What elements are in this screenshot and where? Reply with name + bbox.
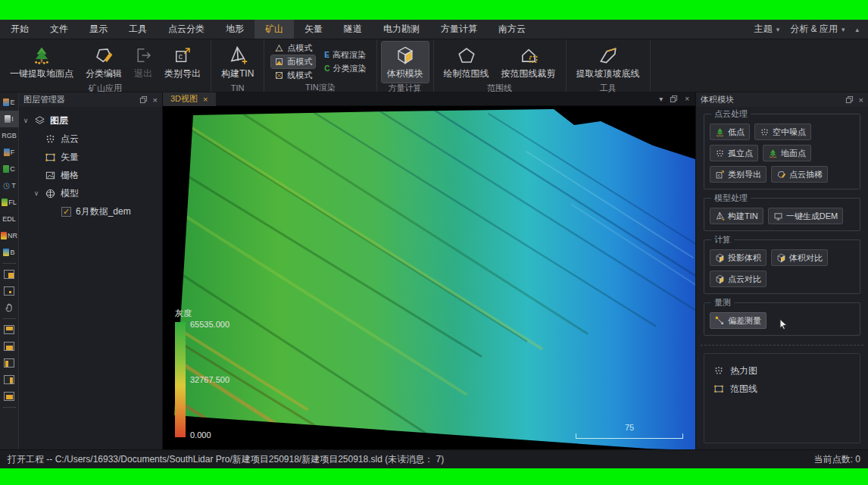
pencil-dots-icon — [776, 170, 786, 180]
tab-3d-view[interactable]: 3D视图 × — [163, 92, 216, 106]
menu-item-mining[interactable]: 矿山 — [254, 20, 294, 39]
view-back-button[interactable] — [0, 388, 19, 405]
projection-volume-button[interactable]: 投影体积 — [710, 249, 767, 266]
menu-item-vector[interactable]: 矢量 — [294, 20, 333, 39]
b-mode-button[interactable]: B — [0, 244, 19, 261]
close-panel-icon[interactable]: × — [859, 95, 863, 105]
fl-mode-button[interactable]: FL — [0, 194, 19, 211]
menu-item-start[interactable]: 开始 — [0, 20, 39, 39]
low-points-button[interactable]: 低点 — [710, 124, 750, 140]
line-mode-button[interactable]: 线模式 — [271, 69, 315, 82]
menu-item-volume-calc[interactable]: 方量计算 — [430, 20, 488, 39]
caret-down-icon[interactable]: ∨ — [33, 189, 40, 197]
pentagon-icon — [457, 43, 476, 67]
menu-bar-right: 主题 ▾ 分析 & 应用 ▾ ▴ — [754, 20, 868, 39]
view-top-button[interactable] — [0, 321, 19, 338]
bottom-green-border — [0, 468, 868, 485]
intensity-mode-button[interactable]: I — [0, 111, 19, 127]
time-mode-button[interactable]: T — [0, 177, 19, 194]
build-tin-button[interactable]: 构建TIN — [710, 208, 763, 224]
heatmap-dots-icon — [713, 365, 724, 376]
classification-render-button[interactable]: C 分类渲染 — [321, 62, 369, 75]
button-label: 空中噪点 — [773, 127, 806, 138]
isolated-points-button[interactable]: 孤立点 — [710, 145, 758, 161]
view-front-button[interactable] — [0, 338, 19, 355]
clip-by-boundary-button[interactable]: 按范围线裁剪 — [496, 42, 561, 83]
pointer-measure-icon — [715, 316, 725, 326]
flight-mode-button[interactable]: F — [0, 144, 19, 161]
build-tin-button[interactable]: 构建TIN — [216, 42, 259, 83]
menu-item-power-survey[interactable]: 电力勘测 — [373, 20, 430, 39]
tree-node-label: 点云 — [61, 133, 79, 146]
strip-label: FL — [8, 199, 17, 206]
tab-list-dropdown-icon[interactable]: ▾ — [659, 95, 663, 103]
menu-item-pointcloud-classify[interactable]: 点云分类 — [158, 20, 215, 39]
tree-node-vector[interactable]: 矢量 — [22, 148, 159, 166]
group-pointcloud-processing: 点云处理 低点 空中噪点 孤立点 地面点 类别导出 点云抽稀 — [704, 114, 860, 189]
tab-bar-controls: ▾ × — [659, 95, 695, 103]
thin-points-button[interactable]: 点云抽稀 — [771, 166, 828, 183]
group-calculation: 计算 投影体积 体积对比 点云对比 — [704, 239, 860, 294]
point-mode-button[interactable]: 点模式 — [271, 42, 315, 55]
extract-ground-points-button[interactable]: 一键提取地面点 — [5, 42, 79, 83]
tree-node-layers[interactable]: ∨ 图层 — [22, 111, 159, 130]
pointcloud-compare-button[interactable]: 点云对比 — [710, 271, 767, 287]
nr-mode-button[interactable]: NR — [0, 227, 19, 244]
group-title: 计算 — [711, 234, 734, 246]
menu-item-terrain[interactable]: 地形 — [215, 20, 254, 39]
menu-item-tunnel[interactable]: 隧道 — [333, 20, 373, 39]
collapse-ribbon-icon[interactable]: ▴ — [855, 26, 859, 33]
volume-module-button[interactable]: 体积模块 — [382, 42, 429, 83]
rgb-mode-button[interactable]: RGB — [0, 127, 19, 144]
tree-node-model[interactable]: ∨ 模型 — [22, 184, 159, 202]
boundary-line-item[interactable]: 范围线 — [713, 380, 851, 398]
float-panel-icon[interactable] — [139, 95, 148, 104]
pan-tool-button[interactable] — [0, 299, 19, 316]
volume-compare-button[interactable]: 体积对比 — [771, 249, 828, 266]
ground-points-button[interactable]: 地面点 — [763, 145, 811, 161]
class-mode-button[interactable]: C — [0, 161, 19, 177]
menu-item-tools[interactable]: 工具 — [118, 20, 158, 39]
menu-item-south-cloud[interactable]: 南方云 — [488, 20, 536, 39]
tab-close-icon[interactable]: × — [203, 95, 208, 104]
pick-point-tool-button[interactable] — [0, 283, 19, 299]
elevation-render-button[interactable]: E 高程渲染 — [321, 48, 369, 61]
analysis-app-dropdown[interactable]: 分析 & 应用 ▾ — [790, 23, 845, 36]
chevron-down-icon: ▾ — [841, 26, 845, 33]
heatmap-item[interactable]: 热力图 — [713, 361, 851, 380]
select-tool-button[interactable] — [0, 266, 19, 283]
generate-dem-button[interactable]: 一键生成DEM — [768, 208, 843, 224]
view-left-button[interactable] — [0, 355, 19, 371]
theme-dropdown[interactable]: 主题 ▾ — [754, 23, 780, 36]
edl-mode-button[interactable]: EDL — [0, 211, 19, 227]
category-export-button[interactable]: 类别导出 — [159, 42, 206, 83]
group-title: 量测 — [711, 297, 734, 308]
air-noise-button[interactable]: 空中噪点 — [754, 124, 811, 140]
close-view-icon[interactable]: × — [685, 95, 689, 103]
tree-node-raster[interactable]: 栅格 — [22, 166, 159, 184]
close-panel-icon[interactable]: × — [153, 95, 158, 105]
deviation-measure-button[interactable]: 偏差测量 — [710, 312, 767, 329]
classify-edit-button[interactable]: 分类编辑 — [80, 42, 127, 83]
layer-panel-header: 图层管理器 × — [19, 92, 162, 107]
tree-node-dem-layer[interactable]: ✓ 6月数据_dem — [22, 202, 159, 221]
float-view-icon[interactable] — [670, 95, 678, 103]
strip-separator — [3, 263, 16, 264]
caret-down-icon[interactable]: ∨ — [22, 117, 30, 124]
volume-panel-title: 体积模块 — [701, 94, 840, 105]
view-right-button[interactable] — [0, 371, 19, 388]
3d-viewport[interactable]: 灰度 65535.000 32767.500 0.000 75 — [163, 106, 695, 449]
face-mode-button[interactable]: 面模式 — [271, 55, 315, 68]
menu-item-file[interactable]: 文件 — [39, 20, 79, 39]
layer-visibility-checkbox[interactable]: ✓ — [61, 207, 71, 217]
float-panel-icon[interactable] — [845, 95, 854, 104]
button-label: 点云抽稀 — [789, 169, 823, 180]
draw-boundary-button[interactable]: 绘制范围线 — [439, 42, 495, 83]
theme-label: 主题 — [754, 23, 773, 36]
tree-node-pointcloud[interactable]: 点云 — [22, 130, 159, 148]
extract-slope-lines-button[interactable]: 提取坡顶坡底线 — [571, 42, 645, 83]
category-export-button[interactable]: 类别导出 — [710, 166, 767, 183]
menu-item-display[interactable]: 显示 — [79, 20, 118, 39]
model-icon — [45, 188, 56, 199]
elevation-mode-button[interactable]: E — [0, 94, 19, 111]
